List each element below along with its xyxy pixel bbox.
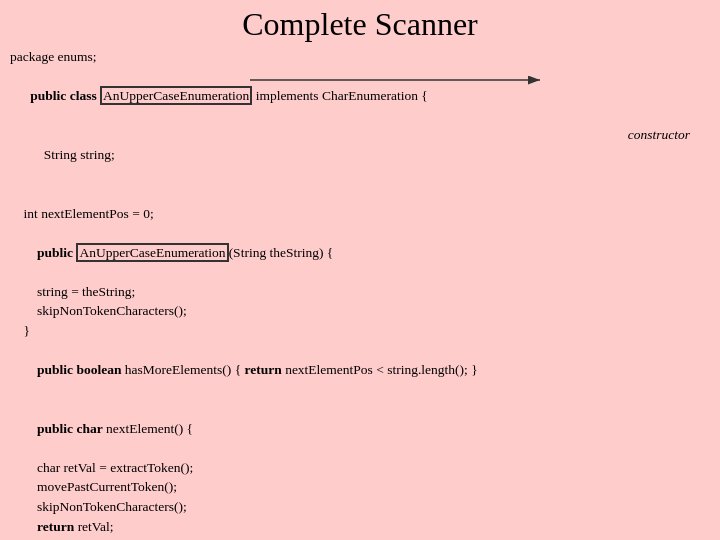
code-line-4: int nextElementPos = 0;: [10, 204, 710, 224]
code-line-9: public boolean hasMoreElements() { retur…: [10, 340, 710, 399]
code-line-8: }: [10, 321, 710, 341]
code-line-12: movePastCurrentToken();: [10, 477, 710, 497]
page-title: Complete Scanner: [10, 0, 710, 47]
code-line-11: char retVal = extractToken();: [10, 458, 710, 478]
code-area: package enums; public class AnUpperCaseE…: [10, 47, 710, 540]
code-line-7: skipNonTokenCharacters();: [10, 301, 710, 321]
page-container: Complete Scanner package enums; public c…: [0, 0, 720, 540]
code-line-10: public char nextElement() {: [10, 399, 710, 458]
code-line-15: }: [10, 536, 710, 540]
code-line-2: public class AnUpperCaseEnumeration impl…: [10, 67, 710, 126]
code-line-14: return retVal;: [10, 517, 710, 537]
class-name-highlight: AnUpperCaseEnumeration: [100, 86, 252, 105]
code-line-1: package enums;: [10, 47, 710, 67]
constructor-highlight: AnUpperCaseEnumeration: [76, 243, 228, 262]
constructor-label: constructor: [628, 125, 690, 145]
code-line-5: public AnUpperCaseEnumeration(String the…: [10, 223, 710, 282]
code-line-13: skipNonTokenCharacters();: [10, 497, 710, 517]
code-line-3: String string; constructor: [10, 125, 710, 203]
code-line-6: string = theString;: [10, 282, 710, 302]
